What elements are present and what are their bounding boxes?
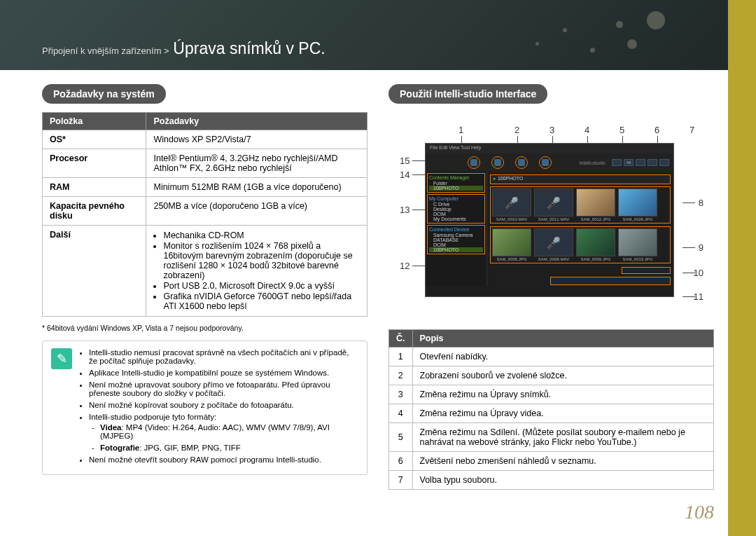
filter-chip-audio[interactable]	[659, 159, 669, 166]
table-row: 1Otevření nabídky.	[389, 348, 714, 366]
page-header	[0, 0, 728, 70]
right-column: Použití Intelli-studio Interface 1 2 3 4…	[388, 84, 714, 490]
sidebar-my-computer[interactable]: My Computer C Drive Desktop DCIM My Docu…	[427, 194, 485, 224]
left-column: Požadavky na systém Položka Požadavky OS…	[42, 84, 368, 490]
table-row: RAM Minimum 512MB RAM (1GB a více doporu…	[43, 178, 368, 197]
side-accent-bar	[728, 0, 756, 536]
toolbar-share-icon[interactable]	[539, 156, 552, 169]
app-menubar[interactable]: File Edit View Tool Help	[426, 144, 673, 153]
toolbar-photo-edit-icon[interactable]	[491, 156, 504, 169]
thumbnail-item[interactable]: SAM_0008.WAV	[534, 228, 573, 261]
footnote: * 64bitová vydání Windows XP, Vista a 7 …	[42, 324, 368, 332]
app-toolbar: Intelli-studio All	[426, 153, 673, 172]
callout-6: 6	[654, 125, 659, 135]
thumbnail-item[interactable]: SAM_0026.JPG	[618, 188, 657, 221]
callout-5: 5	[620, 125, 624, 135]
page-title: Úprava snímků v PC.	[173, 39, 325, 57]
page-number: 108	[685, 501, 714, 523]
toolbar-library-icon[interactable]	[468, 156, 480, 169]
requirements-table: Položka Požadavky OS* Windows XP SP2/Vis…	[42, 112, 368, 317]
filter-chip-all[interactable]: All	[624, 159, 634, 166]
table-row: 4Změna režimu na Úpravy videa.	[389, 404, 714, 423]
zoom-slider[interactable]	[622, 267, 671, 274]
callout-15: 15	[400, 156, 410, 166]
callout-9: 9	[699, 242, 704, 253]
table-row: Kapacita pevného disku 250MB a více (dop…	[43, 197, 368, 226]
note-list: Intelli-studio nemusí pracovat správně n…	[89, 348, 358, 467]
sidebar-connected-device[interactable]: Connected Device Samsung Camera DATABASE…	[427, 225, 485, 254]
table-row: 7Volba typu souboru.	[389, 471, 714, 490]
callout-1: 1	[458, 125, 463, 135]
description-table: Č. Popis 1Otevření nabídky. 2Zobrazení s…	[388, 329, 714, 490]
bottom-actions-bar[interactable]	[550, 277, 671, 285]
th-description: Popis	[412, 330, 714, 348]
thumbnail-item[interactable]: SAM_0011.WAV	[534, 188, 573, 221]
thumbnail-item[interactable]: SAM_0005.JPG	[492, 228, 531, 261]
app-sidebar: Contents Manager Folder 100PHOTO My Comp…	[426, 172, 487, 287]
thumbnail-item[interactable]: SAM_0009.JPG	[576, 228, 615, 261]
note-box: ✎ Intelli-studio nemusí pracovat správně…	[42, 341, 368, 475]
table-row: 5Změna režimu na Sdílení. (Můžete posíla…	[389, 423, 714, 452]
th-item: Položka	[43, 113, 146, 130]
breadcrumb-prefix: Připojení k vnějším zařízením >	[42, 46, 169, 56]
th-number: Č.	[389, 330, 413, 348]
callout-3: 3	[550, 125, 554, 135]
app-window: File Edit View Tool Help Intelli-studio …	[425, 143, 674, 297]
thumbnail-item[interactable]: SAM_0012.JPG	[576, 188, 615, 221]
section-heading-requirements: Požadavky na systém	[42, 84, 166, 104]
folder-bar[interactable]: ▸ 100PHOTO	[490, 174, 671, 184]
interface-diagram: 1 2 3 4 5 6 7 15 14 13 12 8 9 10 11	[388, 122, 710, 318]
th-req: Požadavky	[146, 113, 368, 130]
callout-13: 13	[400, 205, 410, 215]
callout-7: 7	[690, 125, 694, 135]
table-row: 2Zobrazení souborů ve zvolené složce.	[389, 366, 714, 385]
header-decoration	[490, 4, 672, 67]
section-heading-interface: Použití Intelli-studio Interface	[388, 84, 547, 104]
toolbar-video-edit-icon[interactable]	[515, 156, 528, 169]
callout-8: 8	[699, 198, 704, 208]
sidebar-contents-manager[interactable]: Contents Manager Folder 100PHOTO	[427, 173, 485, 193]
filter-chip-photo[interactable]	[636, 159, 645, 166]
callout-4: 4	[584, 125, 589, 135]
table-row: Další Mechanika CD-ROM Monitor s rozliše…	[43, 226, 368, 317]
thumbnail-item[interactable]: SAM_0010.WAV	[492, 188, 531, 221]
table-row: 3Změna režimu na Úpravy snímků.	[389, 385, 714, 404]
breadcrumb: Připojení k vnějším zařízením > Úprava s…	[42, 39, 326, 58]
filter-chip[interactable]	[612, 159, 622, 166]
callout-2: 2	[514, 125, 519, 135]
table-row: OS* Windows XP SP2/Vista/7	[43, 130, 368, 149]
filter-chip-video[interactable]	[648, 159, 657, 166]
callout-14: 14	[400, 170, 410, 180]
pen-icon: ✎	[51, 348, 72, 369]
table-row: Procesor Intel® Pentium® 4, 3.2GHz nebo …	[43, 149, 368, 178]
brand-label: Intelli-studio	[580, 160, 606, 165]
callout-12: 12	[400, 261, 410, 271]
table-row: 6Zvětšení nebo zmenšení náhledů v seznam…	[389, 452, 714, 471]
thumbnail-area: ▸ 100PHOTO SAM_0010.WAV SAM_0011.WAV SAM…	[487, 172, 673, 287]
thumbnail-item[interactable]: SAM_0013.JPG	[618, 228, 657, 261]
